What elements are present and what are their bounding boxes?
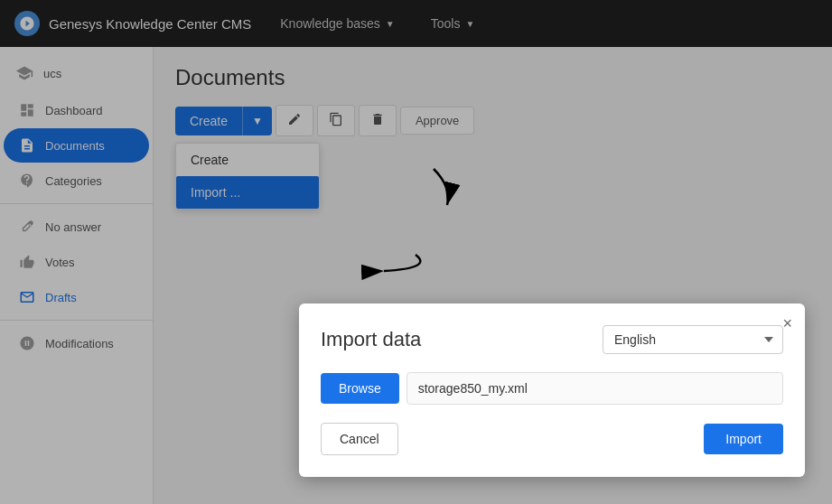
- cancel-button[interactable]: Cancel: [321, 423, 398, 455]
- modal-title: Import data: [321, 328, 421, 351]
- language-select[interactable]: English: [603, 325, 783, 354]
- modal-close-button[interactable]: ×: [782, 314, 792, 333]
- modal-footer: Cancel Import: [321, 423, 783, 455]
- file-display: storage850_my.xml: [407, 372, 783, 405]
- import-dialog: × Import data English Browse storage850_…: [299, 303, 805, 477]
- modal-body: Browse storage850_my.xml: [321, 372, 783, 405]
- import-button[interactable]: Import: [704, 424, 783, 454]
- modal-header: Import data English: [321, 325, 783, 354]
- modal-overlay[interactable]: × Import data English Browse storage850_…: [0, 0, 832, 504]
- browse-button[interactable]: Browse: [321, 373, 399, 404]
